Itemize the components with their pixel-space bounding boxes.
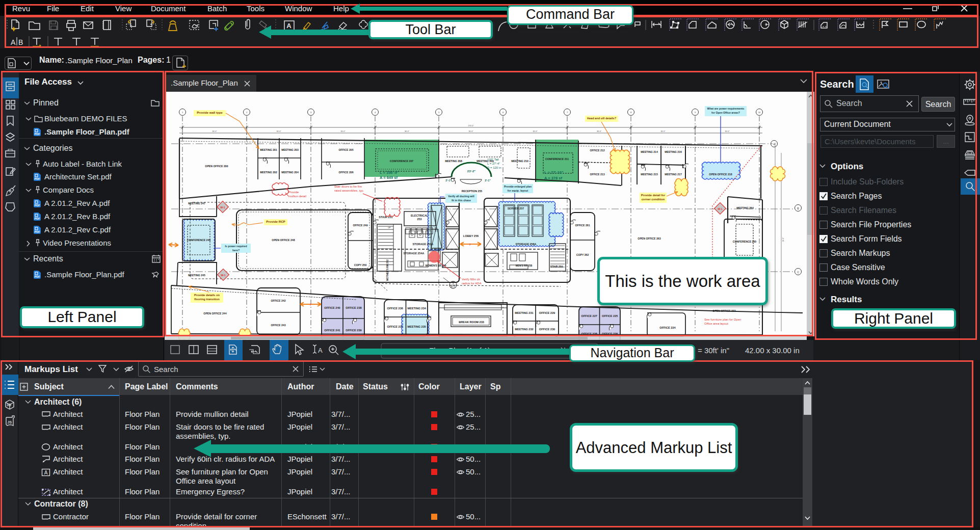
svg-text:?: ? — [309, 303, 311, 306]
svg-text:24'-0": 24'-0" — [782, 237, 784, 242]
svg-text:MEN'S RR 258: MEN'S RR 258 — [516, 264, 533, 267]
svg-text:30'-0": 30'-0" — [468, 130, 473, 132]
svg-text:CONFERENCE 211: CONFERENCE 211 — [545, 157, 569, 161]
svg-text:OFFICE 212: OFFICE 212 — [590, 149, 604, 152]
svg-text:2'-1": 2'-1" — [445, 179, 452, 182]
svg-text:MEETING 203: MEETING 203 — [281, 148, 299, 151]
svg-text:See furniture plan for Open: See furniture plan for Open — [704, 318, 741, 321]
svg-text:PDF: PDF — [35, 230, 41, 233]
svg-text:30'-0": 30'-0" — [276, 130, 281, 132]
svg-text:flooring transition: flooring transition — [194, 298, 220, 301]
svg-text:Is power required: Is power required — [225, 245, 247, 248]
svg-text:B: B — [797, 207, 799, 210]
svg-text:STORAGE 258A: STORAGE 258A — [516, 243, 537, 246]
svg-text:30'-0": 30'-0" — [405, 130, 410, 132]
svg-text:L = 106'-9": L = 106'-9" — [380, 170, 399, 175]
svg-text:4: 4 — [375, 111, 376, 114]
svg-text:30'-0": 30'-0" — [660, 130, 666, 132]
svg-text:OFFICE 236: OFFICE 236 — [387, 307, 403, 310]
svg-text:Head and sill details?: Head and sill details? — [587, 117, 617, 120]
svg-text:MEETING 247: MEETING 247 — [188, 202, 205, 205]
svg-text:L = 77'-10": L = 77'-10" — [544, 170, 564, 175]
svg-text:6: 6 — [502, 111, 504, 114]
svg-text:3: 3 — [310, 111, 312, 114]
svg-text:2: 2 — [246, 111, 248, 114]
svg-text:Verify 60in clr.: Verify 60in clr. — [462, 278, 481, 281]
svg-text:= 30ft' in": = 30ft' in" — [698, 346, 729, 355]
svg-text:PDF: PDF — [35, 204, 41, 207]
svg-text:STORAGE 253A: STORAGE 253A — [413, 243, 434, 246]
svg-text:MEETING 204: MEETING 204 — [281, 171, 299, 174]
svg-text:A: A — [286, 22, 292, 30]
svg-text:OPEN OFFICE 218: OPEN OFFICE 218 — [709, 173, 732, 176]
svg-text:5: 5 — [438, 111, 440, 114]
svg-text:270'-0": 270'-0" — [468, 125, 474, 127]
svg-text:Provide detail for: Provide detail for — [641, 194, 666, 197]
svg-text:for Open Office areas?: for Open Office areas? — [711, 111, 740, 114]
svg-text:MEETING 208: MEETING 208 — [445, 160, 462, 163]
svg-text:OPEN OFFICE 248: OPEN OFFICE 248 — [272, 238, 295, 242]
svg-text:OFFICE 242: OFFICE 242 — [271, 299, 285, 302]
svg-text:OPEN OFFICE 244: OPEN OFFICE 244 — [203, 312, 226, 315]
svg-text:30'-0": 30'-0" — [340, 130, 346, 132]
svg-text:PDF: PDF — [35, 177, 41, 180]
svg-text:30'-0": 30'-0" — [212, 130, 217, 132]
svg-text:for equip. layout: for equip. layout — [508, 189, 528, 192]
svg-text:D = 120 in: D = 120 in — [487, 166, 501, 169]
svg-text:OPEN OFFICE 222: OPEN OFFICE 222 — [712, 309, 735, 312]
svg-text:42.00 x 30.00 in: 42.00 x 30.00 in — [745, 346, 800, 355]
svg-text:A: A — [11, 38, 16, 46]
svg-text:OFFICE 213: OFFICE 213 — [590, 173, 604, 176]
svg-text:fit in this chase: fit in this chase — [452, 199, 471, 202]
svg-text:SERVER 257: SERVER 257 — [508, 207, 524, 210]
svg-text:mullion detail: mullion detail — [288, 195, 306, 198]
svg-text:corner condition: corner condition — [642, 198, 665, 201]
svg-text:Verify all ducting will: Verify all ducting will — [448, 195, 474, 198]
svg-text:OFFICE 241: OFFICE 241 — [324, 329, 340, 332]
svg-text:OFFICE 230: OFFICE 230 — [539, 328, 555, 331]
svg-text:STAIR 259: STAIR 259 — [550, 265, 563, 268]
svg-text:MEETING 210: MEETING 210 — [511, 160, 528, 163]
svg-text:MEETING 245: MEETING 245 — [188, 274, 205, 277]
svg-text:Office area layout: Office area layout — [704, 322, 728, 325]
svg-text:?: ? — [469, 243, 471, 246]
svg-text:JS: JS — [8, 420, 12, 424]
svg-text:1: 1 — [182, 111, 183, 114]
svg-text:MEETING 214: MEETING 214 — [641, 150, 658, 153]
svg-text:MOTHER'S RM 252: MOTHER'S RM 252 — [386, 259, 389, 281]
svg-text:OFFICE 237: OFFICE 237 — [387, 325, 403, 328]
svg-text:OFFICE 225: OFFICE 225 — [602, 314, 618, 317]
svg-text:What are power requirements: What are power requirements — [707, 107, 745, 110]
svg-text:PDF: PDF — [35, 275, 41, 278]
svg-text:OFFICE 226: OFFICE 226 — [602, 332, 618, 335]
svg-text:OFFICE 229: OFFICE 229 — [539, 311, 555, 314]
svg-text:Provide: Provide — [288, 191, 299, 194]
svg-text:CONFERENCE 207: CONFERENCE 207 — [390, 160, 414, 163]
svg-text:B: B — [18, 38, 23, 46]
svg-text:MEETING 215: MEETING 215 — [641, 173, 658, 176]
svg-text:PDF: PDF — [35, 217, 41, 220]
svg-text:OFFICE 240: OFFICE 240 — [324, 306, 340, 309]
svg-text:rated assemblies, typ.: rated assemblies, typ. — [334, 189, 364, 192]
svg-text:OPEN OFFICE 263: OPEN OFFICE 263 — [638, 237, 660, 240]
svg-text:OFFICE 239: OFFICE 239 — [346, 329, 361, 332]
svg-text:A = 378 sf: A = 378 sf — [544, 176, 562, 180]
svg-text:1010: 1010 — [434, 227, 437, 232]
svg-text:8: 8 — [630, 111, 632, 114]
svg-text:A: A — [44, 470, 48, 475]
svg-text:30'-0": 30'-0" — [597, 130, 602, 132]
svg-text:MEETING 232: MEETING 232 — [515, 328, 533, 331]
svg-text:23'-2": 23'-2" — [467, 170, 475, 173]
svg-text:ELECTRICAL: ELECTRICAL — [411, 214, 429, 217]
svg-text:Provide details on: Provide details on — [194, 294, 220, 297]
svg-text:PDF: PDF — [35, 132, 41, 136]
svg-text:MEETING 231: MEETING 231 — [515, 311, 533, 314]
svg-text:MEETING 235: MEETING 235 — [408, 325, 426, 328]
svg-text:OFFICE 224: OFFICE 224 — [659, 326, 676, 329]
svg-text:OFFICE 261: OFFICE 261 — [575, 224, 590, 227]
svg-text:3D: 3D — [7, 403, 11, 407]
svg-text:UP: UP — [388, 227, 391, 229]
svg-text:10: 10 — [758, 111, 761, 114]
svg-text:OFFICE 249: OFFICE 249 — [353, 224, 367, 227]
svg-text:MEETING 234: MEETING 234 — [408, 307, 427, 310]
